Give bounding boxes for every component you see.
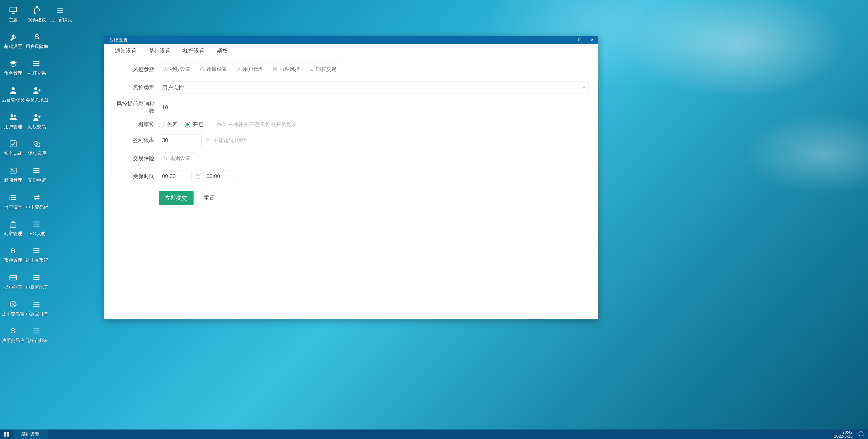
time-to-label: 至 (195, 173, 200, 180)
news-icon (8, 166, 18, 175)
window-title: 基础设置 (109, 37, 561, 43)
desktop-icon-币赢宝订单[interactable]: 币赢宝订单 (25, 296, 49, 323)
risk-type-select[interactable]: 用户点控 (159, 82, 589, 94)
clock-icon (163, 67, 168, 71)
profit-prob-unit: % 不能超过100% (206, 137, 247, 144)
bank-icon (8, 219, 18, 229)
radio-off[interactable]: 关闭 (159, 121, 178, 128)
list-icon (32, 166, 42, 175)
profit-prob-input[interactable] (159, 134, 202, 146)
desktop-icon-label: IEO认购 (28, 230, 45, 237)
desktop-icon-IEO认购[interactable]: IEO认购 (25, 216, 49, 243)
desktop-icon-法币交易信[interactable]: 法币交易信 (1, 323, 25, 350)
grad-icon (8, 59, 18, 68)
start-button[interactable] (0, 430, 13, 439)
desktop-icon-链上充币记[interactable]: 链上充币记 (25, 243, 49, 270)
desktop-icon-基础设置[interactable]: 基础设置 (1, 29, 25, 56)
list-icon (32, 273, 42, 282)
subtab-数量设置[interactable]: 数量设置 (195, 63, 232, 75)
desktop-icon-充币申请[interactable]: 充币申请 (25, 163, 49, 189)
close-button[interactable] (586, 36, 598, 44)
clock[interactable]: 20:42 2022-6-15 (833, 430, 854, 439)
desktop-icon-用户管理[interactable]: 用户管理 (1, 109, 25, 136)
list-icon (56, 5, 65, 15)
svg-rect-47 (7, 432, 9, 434)
desktop-icon-label: 商家管理 (4, 230, 22, 237)
subtab-币种风控[interactable]: 币种风控 (268, 63, 305, 75)
desktop-icon-杠杆交易[interactable]: 杠杆交易 (25, 56, 49, 83)
svg-rect-45 (164, 158, 166, 160)
desktop-icon-角色管理[interactable]: 角色管理 (1, 56, 25, 83)
titlebar[interactable]: 基础设置 (104, 36, 598, 44)
time-to-input[interactable] (203, 170, 236, 182)
desktop-icon-日志信息[interactable]: 日志信息 (1, 189, 25, 216)
user-plus-icon (32, 112, 42, 122)
desktop-icon-新闻管理[interactable]: 新闻管理 (1, 163, 25, 189)
covered-time-label: 受保时间 (114, 173, 155, 180)
user-plus-icon (32, 86, 42, 95)
desktop-icon-币币交易记[interactable]: 币币交易记 (25, 189, 49, 216)
tab-通知设置[interactable]: 通知设置 (109, 44, 143, 57)
subtab-期权交易[interactable]: 期权交易 (305, 63, 341, 75)
chevron-down-icon (583, 87, 585, 89)
user-icon (8, 86, 18, 95)
desktop-icon-label: 角色管理 (4, 70, 22, 76)
desktop-icon-币赢宝配置[interactable]: 币赢宝配置 (25, 270, 49, 296)
seconds-input[interactable] (159, 102, 576, 113)
prob-ctrl-label: 概率控 (114, 121, 155, 128)
seconds-label: 风控提前影响秒数 (114, 100, 155, 115)
prob-hint: 作为一种补充,不受风控总开关影响 (217, 121, 297, 128)
desktop-icon-法币交易需[interactable]: 法币交易需 (1, 296, 25, 323)
rule-settings-button[interactable]: 规则设置 (159, 152, 195, 164)
subtab-秒数设置[interactable]: 秒数设置 (159, 63, 195, 75)
desktop-icon-币种管理[interactable]: 币种管理 (1, 243, 25, 270)
desktop-icon-后台管理员[interactable]: 后台管理员 (1, 83, 25, 109)
tab-杠杆设置[interactable]: 杠杆设置 (177, 44, 211, 57)
desktop-icon-label: 会员关系图 (26, 97, 48, 103)
monitor-icon (8, 5, 18, 15)
maximize-button[interactable] (574, 36, 586, 44)
headset-icon (32, 5, 42, 15)
time-from-input[interactable] (159, 170, 191, 182)
svg-rect-33 (579, 39, 581, 41)
tab-基础设置[interactable]: 基础设置 (143, 44, 177, 57)
tab-期权[interactable]: 期权 (211, 44, 234, 57)
desktop-icon-主题[interactable]: 主题 (1, 2, 25, 29)
dollar-icon (8, 326, 18, 336)
profit-prob-label: 盈利概率 (114, 136, 155, 144)
notification-icon[interactable] (858, 431, 864, 438)
desktop-icon-label: 法币交易信 (2, 338, 25, 344)
minimize-button[interactable] (561, 36, 574, 44)
svg-rect-49 (7, 435, 9, 437)
desktop-icon-提币列表[interactable]: 提币列表 (1, 270, 25, 296)
main-tabs: 通知设置基础设置杠杆设置期权 (104, 44, 598, 57)
check-badge-icon (8, 139, 18, 149)
desktop-icon-商家管理[interactable]: 商家管理 (1, 216, 25, 243)
taskbar-item-settings[interactable]: 基础设置 (13, 430, 48, 439)
desktop-icon-label: 杠杆交易 (28, 70, 46, 76)
reset-button[interactable]: 重置 (197, 191, 221, 205)
submit-button[interactable]: 立即提交 (159, 191, 193, 205)
person-icon (237, 67, 241, 71)
desktop-icon-元宇宙购买[interactable]: 元宇宙购买 (49, 2, 72, 29)
desktop-icon-元宇宙列表[interactable]: 元宇宙列表 (25, 323, 49, 350)
desktop-icon-label: 日志信息 (4, 204, 22, 210)
desktop-icon-label: 法币交易需 (2, 311, 25, 317)
desktop-icon-用户风险率[interactable]: 用户风险率 (25, 29, 49, 56)
desktop-icon-实名认证[interactable]: 实名认证 (1, 136, 25, 163)
radio-on[interactable]: 开启 (184, 121, 204, 128)
taskbar: 基础设置 20:42 2022-6-15 (0, 430, 868, 439)
desktop-icon-钱包管理[interactable]: 钱包管理 (25, 136, 49, 163)
subtab-用户管理[interactable]: 用户管理 (231, 63, 268, 75)
svg-point-40 (238, 68, 240, 69)
desktop-icon-会员关系图[interactable]: 会员关系图 (25, 83, 49, 109)
desktop-icon-投诉建议[interactable]: 投诉建议 (25, 2, 49, 29)
desktop-icon-label: 用户风险率 (26, 43, 48, 50)
risk-type-value: 用户点控 (162, 84, 184, 91)
desktop-icon-label: 新闻管理 (4, 177, 22, 183)
desktop-icon-label: 币种管理 (4, 257, 22, 263)
desktop-icon-label: 币赢宝订单 (26, 311, 48, 317)
lock-icon (163, 156, 167, 161)
desktop-icon-期权交易[interactable]: 期权交易 (25, 109, 49, 136)
svg-rect-46 (4, 432, 6, 434)
